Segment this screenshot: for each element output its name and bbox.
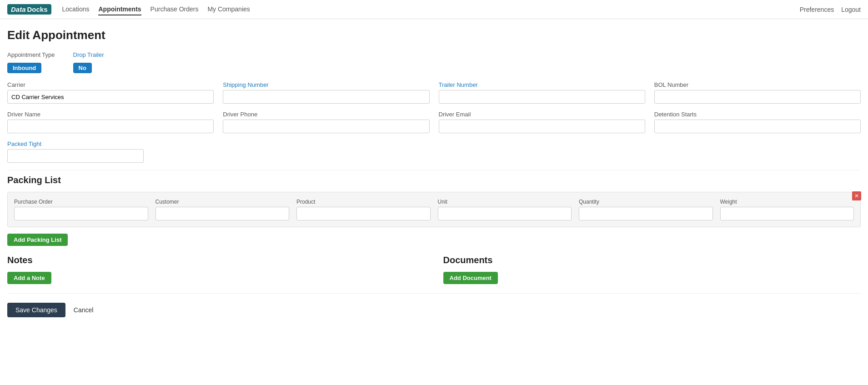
trailer-number-label: Trailer Number xyxy=(439,81,645,88)
bol-number-group: BOL Number xyxy=(654,81,861,104)
appointment-type-label: Appointment Type xyxy=(7,51,55,58)
carrier-group: Carrier xyxy=(7,81,214,104)
documents-section: Documents Add Document xyxy=(443,255,861,284)
driver-name-input[interactable] xyxy=(7,120,214,133)
trailer-number-input[interactable] xyxy=(439,90,645,104)
nav-link-purchase-orders[interactable]: Purchase Orders xyxy=(151,4,199,15)
driver-phone-label: Driver Phone xyxy=(223,111,429,118)
packing-col-weight: Weight xyxy=(720,199,854,220)
drop-trailer-label: Drop Trailer xyxy=(73,51,104,58)
add-note-button[interactable]: Add a Note xyxy=(7,272,51,284)
nav-right: Preferences Logout xyxy=(800,6,861,13)
packing-col-customer: Customer xyxy=(156,199,290,220)
packing-col-purchase-order: Purchase Order xyxy=(14,199,148,220)
packing-list-row: Purchase Order Customer Product Unit Qua… xyxy=(14,199,854,220)
detention-starts-label: Detention Starts xyxy=(654,111,861,118)
packing-col-unit: Unit xyxy=(438,199,572,220)
driver-email-input[interactable] xyxy=(439,120,645,133)
nav-logout[interactable]: Logout xyxy=(841,6,861,13)
driver-email-group: Driver Email xyxy=(439,111,645,133)
unit-input[interactable] xyxy=(438,207,572,220)
packed-tight-input[interactable] xyxy=(7,149,144,163)
col-unit-label: Unit xyxy=(438,199,572,205)
col-quantity-label: Quantity xyxy=(579,199,713,205)
col-purchase-order-label: Purchase Order xyxy=(14,199,148,205)
driver-name-group: Driver Name xyxy=(7,111,214,133)
save-changes-button[interactable]: Save Changes xyxy=(7,303,65,317)
brand-data-text: Data xyxy=(11,5,26,13)
carrier-label: Carrier xyxy=(7,81,214,88)
carrier-input[interactable] xyxy=(7,90,214,104)
top-fields-row: Appointment Type Inbound Drop Trailer No xyxy=(7,51,861,73)
appointment-type-group: Appointment Type Inbound xyxy=(7,51,55,73)
notes-section: Notes Add a Note xyxy=(7,255,425,284)
add-document-button[interactable]: Add Document xyxy=(443,272,498,284)
detention-starts-group: Detention Starts xyxy=(654,111,861,133)
documents-title: Documents xyxy=(443,255,861,265)
packed-tight-group: Packed Tight xyxy=(7,140,144,163)
driver-phone-input[interactable] xyxy=(223,120,429,133)
packing-col-product: Product xyxy=(296,199,431,220)
nav-link-locations[interactable]: Locations xyxy=(62,4,90,15)
nav-preferences[interactable]: Preferences xyxy=(800,6,834,13)
appointment-type-badge[interactable]: Inbound xyxy=(7,63,41,73)
packing-list-area: ✕ Purchase Order Customer Product Unit Q… xyxy=(7,192,861,227)
product-input[interactable] xyxy=(296,207,431,220)
main-content: Edit Appointment Appointment Type Inboun… xyxy=(0,19,868,331)
customer-input[interactable] xyxy=(156,207,290,220)
trailer-number-group: Trailer Number xyxy=(439,81,645,104)
purchase-order-input[interactable] xyxy=(14,207,148,220)
shipping-number-group: Shipping Number xyxy=(223,81,429,104)
shipping-number-label: Shipping Number xyxy=(223,81,429,88)
nav-link-my-companies[interactable]: My Companies xyxy=(207,4,250,15)
detention-starts-input[interactable] xyxy=(654,120,861,133)
col-product-label: Product xyxy=(296,199,431,205)
carrier-row: Carrier Shipping Number Trailer Number B… xyxy=(7,81,861,104)
cancel-button[interactable]: Cancel xyxy=(72,303,95,317)
driver-row: Driver Name Driver Phone Driver Email De… xyxy=(7,111,861,133)
bol-number-input[interactable] xyxy=(654,90,861,104)
brand-logo[interactable]: Data Docks xyxy=(7,4,51,15)
quantity-input[interactable] xyxy=(579,207,713,220)
driver-phone-group: Driver Phone xyxy=(223,111,429,133)
drop-trailer-badge[interactable]: No xyxy=(73,63,92,73)
packed-tight-label: Packed Tight xyxy=(7,140,144,147)
remove-packing-row-button[interactable]: ✕ xyxy=(852,191,861,200)
brand-docks-text: Docks xyxy=(27,5,48,13)
notes-docs-row: Notes Add a Note Documents Add Document xyxy=(7,255,861,284)
add-packing-list-button[interactable]: Add Packing List xyxy=(7,234,68,246)
navbar: Data Docks Locations Appointments Purcha… xyxy=(0,0,868,19)
bol-number-label: BOL Number xyxy=(654,81,861,88)
col-customer-label: Customer xyxy=(156,199,290,205)
shipping-number-input[interactable] xyxy=(223,90,429,104)
driver-email-label: Driver Email xyxy=(439,111,645,118)
weight-input[interactable] xyxy=(720,207,854,220)
nav-link-appointments[interactable]: Appointments xyxy=(98,4,141,15)
packing-col-quantity: Quantity xyxy=(579,199,713,220)
page-title: Edit Appointment xyxy=(7,28,861,42)
col-weight-label: Weight xyxy=(720,199,854,205)
action-row: Save Changes Cancel xyxy=(7,298,861,322)
nav-links: Locations Appointments Purchase Orders M… xyxy=(62,4,800,15)
packing-list-title: Packing List xyxy=(7,175,861,185)
packed-tight-row: Packed Tight xyxy=(7,140,861,163)
notes-title: Notes xyxy=(7,255,425,265)
drop-trailer-group: Drop Trailer No xyxy=(73,51,104,73)
driver-name-label: Driver Name xyxy=(7,111,214,118)
